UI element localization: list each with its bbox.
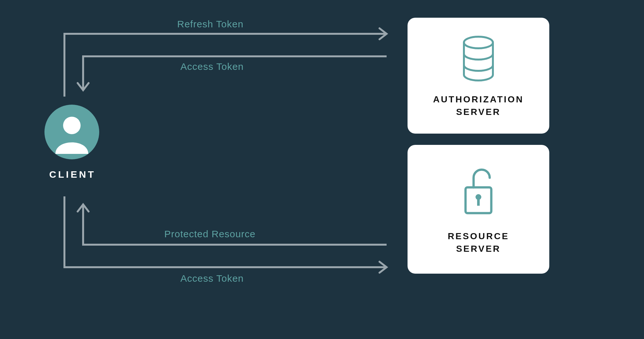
authorization-server-title: AUTHORIZATION SERVER — [433, 93, 524, 118]
client-avatar — [44, 105, 99, 159]
client-label: CLIENT — [35, 169, 110, 180]
database-icon — [459, 34, 498, 84]
title-line: SERVER — [448, 242, 509, 255]
title-line: SERVER — [433, 106, 524, 118]
authorization-server-card: AUTHORIZATION SERVER — [408, 18, 549, 134]
label-access-token-auth: Access Token — [180, 61, 244, 72]
svg-point-1 — [464, 37, 493, 48]
title-line: AUTHORIZATION — [433, 93, 524, 106]
svg-point-0 — [63, 117, 81, 134]
title-line: RESOURCE — [448, 230, 509, 242]
label-access-token-res: Access Token — [180, 273, 244, 284]
diagram-stage: CLIENT AUTHORIZATION SERVER RE — [0, 0, 644, 339]
label-protected-resource: Protected Resource — [164, 229, 255, 240]
resource-server-title: RESOURCE SERVER — [448, 230, 509, 255]
label-refresh-token: Refresh Token — [177, 19, 244, 30]
user-circle-icon — [44, 155, 99, 160]
svg-rect-4 — [477, 199, 480, 206]
unlock-icon — [459, 165, 498, 221]
resource-server-card: RESOURCE SERVER — [408, 145, 549, 274]
